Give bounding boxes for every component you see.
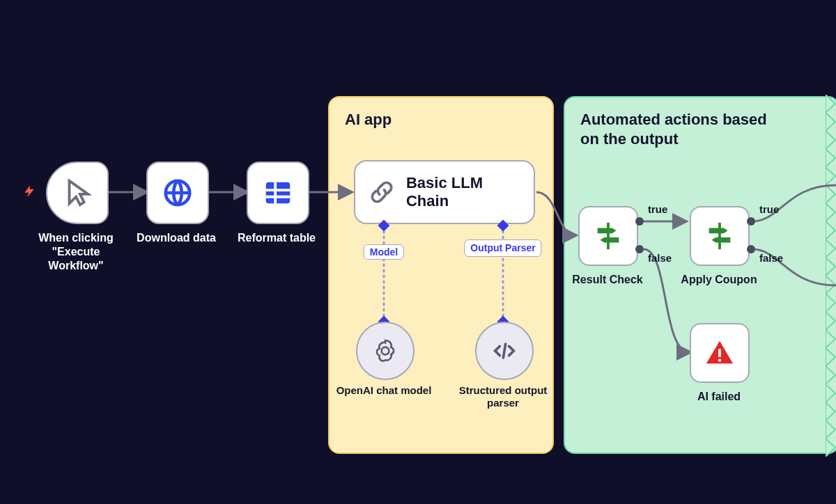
node-trigger-label: When clicking "Execute Workflow" [27, 231, 125, 273]
node-trigger[interactable] [46, 162, 109, 224]
panel-ai-title: AI app [330, 97, 552, 129]
svg-rect-3 [266, 182, 291, 204]
chain-icon [368, 177, 396, 207]
panel-auto-title: Automated actions based on the output [565, 97, 805, 149]
node-basic-llm-chain[interactable]: Basic LLM Chain [354, 160, 535, 224]
cursor-icon [61, 177, 93, 209]
node-openai-chat-model[interactable] [356, 322, 415, 380]
tag-model: Model [364, 244, 404, 260]
openai-icon [371, 337, 399, 365]
apply-coupon-port-false [747, 245, 755, 253]
svg-rect-9 [718, 223, 721, 249]
result-check-true-label: true [648, 203, 667, 215]
svg-rect-8 [607, 223, 610, 249]
llm-title: Basic LLM Chain [406, 174, 521, 210]
table-icon [262, 177, 294, 209]
svg-point-7 [382, 347, 389, 355]
node-result-check-label: Result Check [572, 273, 642, 287]
apply-coupon-true-label: true [759, 203, 779, 215]
node-apply-coupon[interactable] [690, 206, 750, 266]
apply-coupon-false-label: false [759, 252, 783, 264]
node-download-label: Download data [127, 231, 225, 245]
signpost-icon [592, 220, 624, 252]
node-openai-label: OpenAI chat model [332, 384, 436, 397]
node-download-data[interactable] [146, 162, 209, 224]
node-ai-failed-label: AI failed [697, 390, 741, 404]
panel-torn-edge [826, 95, 836, 457]
node-structured-output-parser[interactable] [475, 322, 534, 380]
node-result-check[interactable] [578, 206, 638, 266]
signpost-icon [704, 220, 736, 252]
node-reformat-label: Reformat table [228, 231, 325, 245]
alert-triangle-icon [704, 337, 736, 369]
node-ai-failed[interactable] [690, 323, 750, 383]
result-check-port-true [635, 217, 644, 226]
trigger-bolt-icon [22, 182, 36, 203]
node-structured-label: Structured output parser [451, 384, 555, 409]
result-check-false-label: false [648, 252, 672, 264]
globe-icon [162, 177, 194, 209]
tag-output-parser: Output Parser [464, 239, 541, 257]
svg-rect-10 [718, 349, 721, 357]
tag-output-parser-text: Output Parser [470, 242, 535, 253]
apply-coupon-port-true [747, 217, 755, 226]
node-reformat-table[interactable] [247, 162, 309, 224]
result-check-port-false [635, 245, 644, 253]
svg-rect-11 [718, 359, 721, 362]
node-apply-coupon-label: Apply Coupon [681, 273, 757, 287]
code-icon [490, 337, 518, 365]
